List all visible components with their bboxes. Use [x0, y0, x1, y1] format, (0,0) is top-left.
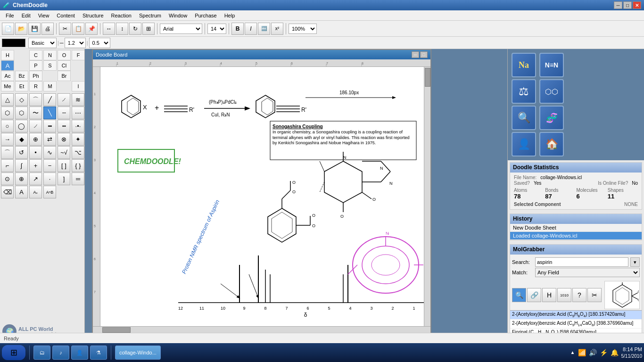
- binary-btn[interactable]: 1010: [557, 288, 571, 302]
- menu-content[interactable]: Content: [53, 10, 79, 20]
- menu-file[interactable]: File: [2, 10, 18, 20]
- quick-person-icon[interactable]: 👤: [512, 132, 536, 156]
- tool-squiggle[interactable]: ~√: [58, 146, 70, 159]
- search-spinner[interactable]: ▾: [630, 257, 640, 267]
- element-A-selected[interactable]: A: [1, 60, 14, 71]
- save-button[interactable]: 💾: [28, 23, 41, 35]
- tool-circle[interactable]: ○: [1, 120, 14, 132]
- tool-ring2[interactable]: ⊗: [58, 133, 70, 146]
- color-preview[interactable]: [2, 39, 25, 47]
- history-item-2[interactable]: Loaded collage-Windows.icl: [510, 232, 642, 240]
- cut-button[interactable]: ✂: [59, 23, 71, 35]
- tool-triangle[interactable]: △: [1, 93, 14, 106]
- element-Et[interactable]: Et: [15, 81, 28, 91]
- tool-hex2[interactable]: ⬡: [15, 107, 28, 119]
- tool-curve1[interactable]: ⌒: [29, 93, 42, 106]
- tool-line-active[interactable]: ╲: [43, 107, 56, 119]
- menu-purchase[interactable]: Purchase: [191, 10, 220, 20]
- scale-button[interactable]: ⊞: [142, 23, 155, 35]
- mol-result-0[interactable]: 2-(Acetyloxy)benzoic Acid (C9H8O4) [180.…: [510, 311, 642, 320]
- element-R[interactable]: R: [29, 81, 42, 91]
- tool-wavy[interactable]: ∿: [43, 146, 56, 159]
- minimize-button[interactable]: ─: [614, 1, 622, 9]
- element-O[interactable]: O: [58, 50, 71, 60]
- tool-arrow1[interactable]: →: [1, 133, 14, 146]
- superscript-button[interactable]: x²: [271, 23, 283, 35]
- menu-view[interactable]: View: [34, 10, 53, 20]
- tool-sqbr[interactable]: ]: [58, 173, 70, 185]
- board-maximize[interactable]: □: [420, 51, 428, 58]
- tool-dot3[interactable]: •: [29, 146, 42, 159]
- scissors-btn[interactable]: ✂: [587, 288, 602, 302]
- tool-target[interactable]: ⊕: [15, 173, 28, 185]
- tool-ring3[interactable]: ⊙: [1, 173, 14, 185]
- tool-dot2[interactable]: ·•·: [72, 120, 84, 132]
- menu-reaction[interactable]: Reaction: [107, 10, 135, 20]
- scrollbar-h[interactable]: [93, 326, 430, 333]
- search-input[interactable]: [535, 257, 628, 267]
- new-button[interactable]: 📄: [2, 23, 14, 35]
- menu-help[interactable]: Help: [221, 10, 239, 20]
- tool-dots2[interactable]: ·: [43, 173, 56, 185]
- element-Cl[interactable]: Cl: [58, 60, 71, 71]
- menu-spectrum[interactable]: Spectrum: [135, 10, 165, 20]
- quick-magnify-icon[interactable]: 🔍: [512, 106, 536, 130]
- tool-plus[interactable]: +: [29, 159, 42, 172]
- tool-line3[interactable]: ≋: [72, 93, 84, 106]
- tool-text2[interactable]: Aₓ: [29, 186, 42, 198]
- close-button[interactable]: ✕: [633, 1, 641, 9]
- mol-result-1[interactable]: 2-(Acetyloxy)benzoic Acid (C9H14CaO8) [3…: [510, 320, 642, 329]
- font-size-select[interactable]: 14: [207, 24, 226, 34]
- tool-curl[interactable]: ↺: [15, 146, 28, 159]
- tool-dash[interactable]: ╌: [58, 107, 70, 119]
- element-H[interactable]: H: [1, 50, 14, 60]
- tool-line1[interactable]: ╱: [43, 93, 56, 106]
- tool-star[interactable]: ✦: [72, 133, 84, 146]
- start-button[interactable]: ⊞: [2, 345, 25, 360]
- tool-diamond[interactable]: ◇: [15, 93, 28, 106]
- element-S[interactable]: S: [43, 60, 57, 71]
- tool-minus[interactable]: −: [43, 159, 56, 172]
- match-select[interactable]: Any Field Name Formula InChI: [535, 268, 640, 277]
- element-P[interactable]: P: [29, 60, 42, 71]
- element-Ph[interactable]: Ph: [29, 71, 42, 81]
- search-btn[interactable]: 🔍: [512, 288, 526, 302]
- tool-bracket[interactable]: ⌐: [1, 159, 14, 172]
- taskbar-volume-icon[interactable]: 🔊: [589, 349, 597, 356]
- element-N[interactable]: N: [43, 50, 57, 60]
- stroke-size-select[interactable]: 1.2: [65, 38, 86, 48]
- element-Br[interactable]: Br: [58, 71, 71, 81]
- element-C[interactable]: C: [29, 50, 42, 60]
- structure-search-btn[interactable]: 🔗: [527, 288, 541, 302]
- quick-chain-icon[interactable]: ⬡⬡: [539, 79, 564, 104]
- menu-structure[interactable]: Structure: [79, 10, 107, 20]
- tool-dbl-arrow[interactable]: ⇄: [43, 133, 56, 146]
- tool-bond[interactable]: ═: [72, 173, 84, 185]
- open-button[interactable]: 📂: [15, 23, 27, 35]
- font-select[interactable]: Arial: [160, 24, 202, 34]
- tool-text[interactable]: A: [15, 186, 28, 198]
- taskbar-clock[interactable]: 8:14 PM 5/11/2010: [621, 346, 643, 359]
- board-minimize[interactable]: ─: [412, 51, 419, 58]
- italic-button[interactable]: I: [245, 23, 257, 35]
- stroke-type-select[interactable]: Basic: [28, 38, 57, 48]
- menu-edit[interactable]: Edit: [18, 10, 34, 20]
- tool-bold-line[interactable]: ━: [43, 120, 56, 132]
- quick-na-icon[interactable]: Na: [512, 53, 536, 77]
- quick-home-icon[interactable]: 🏠: [539, 132, 564, 156]
- taskbar-avatar[interactable]: 👤: [71, 346, 88, 360]
- element-Bz[interactable]: Bz: [15, 71, 28, 81]
- menu-window[interactable]: Window: [165, 10, 191, 20]
- bold-button[interactable]: B: [231, 23, 244, 35]
- tool-branch[interactable]: ⌥: [72, 146, 84, 159]
- zoom-select[interactable]: 100%: [289, 24, 317, 34]
- tool-eraser[interactable]: ⌫: [1, 186, 14, 198]
- text-btn[interactable]: H: [542, 288, 556, 302]
- quick-nen-icon[interactable]: N≡N: [539, 53, 564, 77]
- element-F[interactable]: F: [72, 50, 85, 60]
- element-Me[interactable]: Me: [1, 81, 14, 91]
- rotate-button[interactable]: ↻: [129, 23, 141, 35]
- element-I[interactable]: I: [72, 81, 85, 91]
- paste-button[interactable]: 📌: [85, 23, 98, 35]
- tool-diamond2[interactable]: ◆: [15, 133, 28, 146]
